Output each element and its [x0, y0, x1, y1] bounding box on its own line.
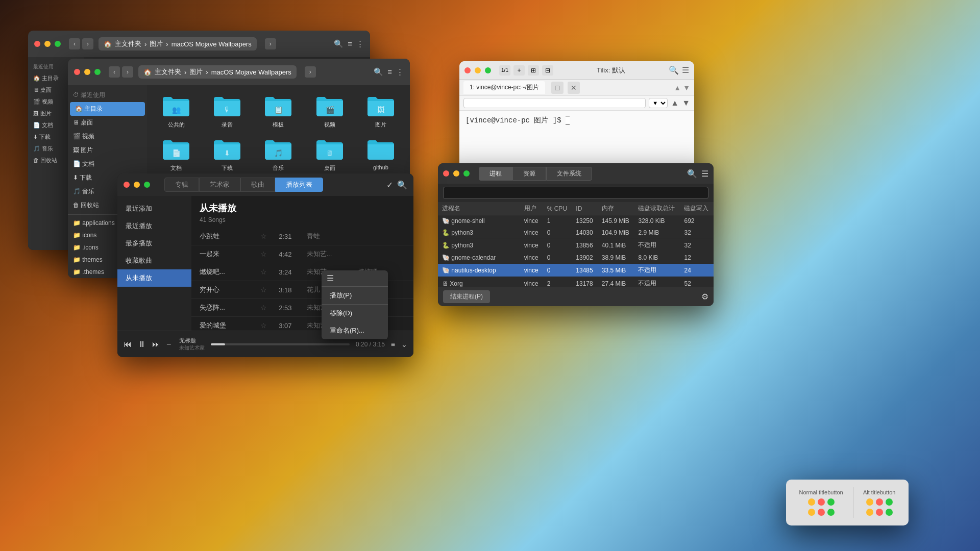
close-button-back[interactable]	[34, 41, 40, 47]
tl-green-n2[interactable]	[827, 509, 835, 516]
folder-yinyue[interactable]: 🎵 音乐	[256, 136, 300, 172]
nav-fwd-btn-front[interactable]: ›	[122, 66, 133, 78]
maximize-button-back[interactable]	[55, 41, 61, 47]
col-mem[interactable]: 内存	[598, 202, 634, 215]
tab-playlist[interactable]: 播放列表	[275, 178, 323, 192]
tl-yellow-a2[interactable]	[866, 509, 873, 516]
sysmon-tab-process[interactable]: 进程	[479, 167, 512, 181]
tl-yellow-a1[interactable]	[866, 498, 873, 506]
menu-icon-back[interactable]: ⋮	[356, 39, 364, 48]
breadcrumb-front-item3[interactable]: macOS Mojave Wallpapers	[211, 68, 291, 76]
next-button[interactable]: ⏭	[152, 340, 160, 349]
forward-btn-back[interactable]: ›	[265, 38, 276, 49]
nav-arrow-front[interactable]: ›	[305, 66, 316, 78]
sidebar-item-home[interactable]: 🏠 主目录	[70, 102, 145, 116]
folder-wenjian[interactable]: 📄 文档	[154, 136, 198, 172]
nav-dn-btn[interactable]: ▼	[683, 84, 690, 92]
music-maximize-btn[interactable]	[144, 182, 150, 188]
terminal-close-tab[interactable]: ✕	[568, 82, 580, 94]
terminal-minimize-btn[interactable]	[475, 67, 481, 73]
sidebar-never-played[interactable]: 从未播放	[117, 269, 191, 287]
nav-back-btn-front[interactable]: ‹	[109, 66, 120, 78]
folder-zhuomian[interactable]: 🖥 桌面	[308, 136, 352, 172]
tab-artist[interactable]: 艺术家	[199, 178, 240, 192]
folder-tupian[interactable]: 🖼 图片	[359, 92, 403, 129]
search-icon-back[interactable]: 🔍	[334, 39, 344, 48]
folder-moban[interactable]: 📋 模板	[256, 92, 300, 129]
process-row-0[interactable]: 🐚 gnome-shell vince 1 13250 145.9 MiB 32…	[438, 215, 714, 227]
sysmon-menu-icon[interactable]: ☰	[701, 169, 708, 179]
progress-bar[interactable]	[211, 343, 350, 345]
breadcrumb-front-item2[interactable]: 图片	[189, 67, 203, 77]
sidebar-most-played[interactable]: 最多播放	[117, 235, 191, 252]
terminal-dropdown[interactable]: ▼	[649, 98, 668, 108]
search-icon-front[interactable]: 🔍	[374, 67, 383, 77]
music-minimize-btn[interactable]	[134, 182, 140, 188]
add-pane-btn[interactable]: +	[513, 65, 525, 76]
menu-icon-front[interactable]: ⋮	[396, 67, 404, 77]
tab-album[interactable]: 专辑	[164, 178, 199, 192]
end-process-btn[interactable]: 结束进程(P)	[443, 290, 490, 303]
sidebar-recently-played[interactable]: 最近播放	[117, 217, 191, 235]
close-button-front[interactable]	[74, 69, 80, 75]
sidebar-item-docs[interactable]: 📄 文档	[68, 157, 147, 171]
sysmon-maximize-btn[interactable]	[463, 170, 470, 177]
folder-gongde[interactable]: 👥 公共的	[154, 92, 198, 129]
maximize-button-front[interactable]	[94, 69, 101, 75]
prev-button[interactable]: ⏮	[124, 340, 132, 349]
context-remove[interactable]: 移除(D)	[322, 305, 388, 322]
col-id[interactable]: ID	[572, 202, 598, 215]
process-row-1[interactable]: 🐍 python3 vince 0 14030 104.9 MiB 2.9 Mi…	[438, 227, 714, 239]
nav-up-btn[interactable]: ▲	[674, 84, 681, 92]
music-search-icon[interactable]: 🔍	[397, 180, 407, 190]
context-play[interactable]: 播放(P)	[322, 287, 388, 304]
tl-yellow-n2[interactable]	[808, 509, 815, 516]
tl-green-a2[interactable]	[886, 509, 893, 516]
list-icon[interactable]: ≡	[391, 340, 395, 348]
sysmon-search-icon[interactable]: 🔍	[687, 169, 697, 179]
process-row-5[interactable]: 🖥 Xorg vince 2 13178 27.4 MiB 不适用 52	[438, 277, 714, 287]
popout-btn[interactable]: ⊟	[542, 65, 553, 76]
view-icon-back[interactable]: ≡	[348, 39, 352, 48]
terminal-search-icon[interactable]: 🔍	[669, 65, 679, 75]
sidebar-btn[interactable]: ⊞	[528, 65, 539, 76]
sidebar-item-pictures[interactable]: 🖼 图片	[68, 143, 147, 157]
terminal-tab-1[interactable]: 1: vince@vince-pc:~/图片	[463, 81, 545, 94]
music-close-btn[interactable]	[124, 182, 130, 188]
tl-red-a1[interactable]	[876, 498, 883, 506]
sidebar-item-recent[interactable]: ⏱ 最近使用	[68, 88, 147, 102]
sidebar-recently-added[interactable]: 最近添加	[117, 200, 191, 217]
tl-green-a1[interactable]	[886, 498, 893, 506]
col-cpu[interactable]: % CPU	[543, 202, 572, 215]
folder-shipin[interactable]: 🎬 视频	[308, 92, 352, 129]
folder-github[interactable]: github	[359, 136, 403, 172]
context-rename[interactable]: 重命名(R)...	[322, 322, 388, 339]
tl-red-a2[interactable]	[876, 509, 883, 516]
tl-red-n1[interactable]	[818, 498, 825, 506]
song-row-2[interactable]: 一起来 ☆ 4:42 未知艺...	[191, 245, 413, 263]
breadcrumb-front-item1[interactable]: 主文件夹	[155, 67, 181, 77]
tl-green-n1[interactable]	[827, 498, 835, 506]
col-disk-write[interactable]: 磁盘写入	[680, 202, 714, 215]
terminal-maximize-tab[interactable]: □	[551, 82, 564, 94]
terminal-search-input[interactable]	[463, 98, 646, 108]
tl-red-n2[interactable]	[818, 509, 825, 516]
sidebar-item-video[interactable]: 🎬 视频	[68, 130, 147, 143]
sysmon-tab-resources[interactable]: 资源	[512, 167, 546, 181]
nav-prev-icon[interactable]: ▲	[671, 98, 679, 108]
play-pause-button[interactable]: ⏸	[138, 340, 146, 349]
minimize-button-back[interactable]	[44, 41, 51, 47]
sysmon-tab-filesystem[interactable]: 文件系统	[546, 167, 592, 181]
sysmon-search-input[interactable]	[443, 187, 708, 199]
sysmon-minimize-btn[interactable]	[453, 170, 459, 177]
minimize-button-front[interactable]	[84, 69, 90, 75]
sysmon-close-btn[interactable]	[443, 170, 449, 177]
col-process-name[interactable]: 进程名	[438, 202, 520, 215]
nav-forward-btn[interactable]: ›	[82, 38, 93, 49]
volume-down-button[interactable]: −	[166, 340, 171, 349]
terminal-menu-icon[interactable]: ☰	[682, 65, 689, 75]
song-row-1[interactable]: 小跳蛙 ☆ 2:31 青蛙	[191, 228, 413, 245]
col-user[interactable]: 用户	[520, 202, 543, 215]
process-row-3[interactable]: 🐚 gnome-calendar vince 0 13902 38.9 MiB …	[438, 252, 714, 264]
chevron-icon[interactable]: ⌄	[401, 340, 407, 348]
